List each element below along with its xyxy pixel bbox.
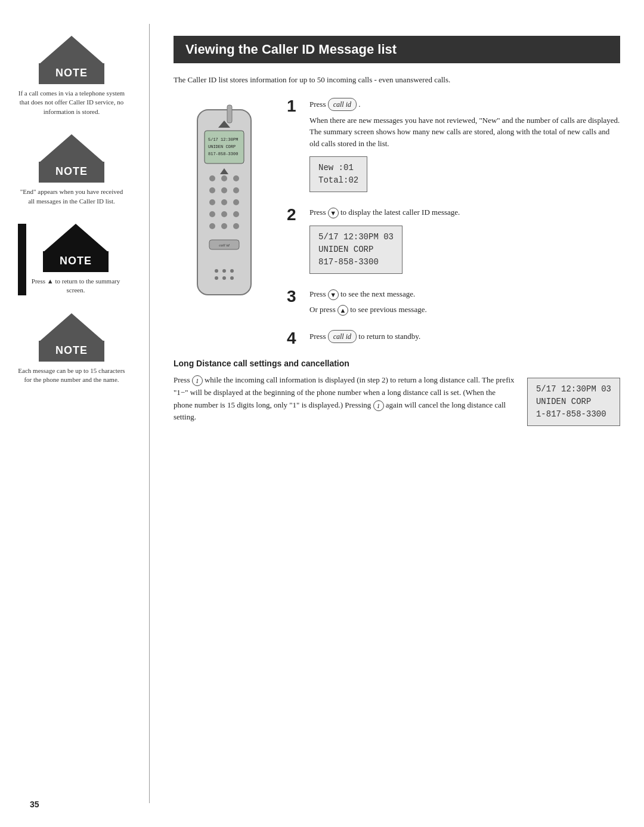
step-2-lcd-line2: UNIDEN CORP	[318, 243, 394, 256]
svg-point-19	[209, 223, 215, 229]
note-block-2: NOTE "End" appears when you have receive…	[18, 134, 125, 206]
svg-point-13	[209, 199, 215, 205]
step-content-1: Press call id . When there are new messa…	[309, 98, 620, 196]
svg-point-7	[209, 175, 215, 181]
note-block-1: NOTE If a call comes in via a telephone …	[18, 36, 125, 116]
step-2-lcd: 5/17 12:30PM 03 UNIDEN CORP 817-858-3300	[309, 226, 402, 274]
long-distance-title: Long Distance call settings and cancella…	[174, 359, 620, 368]
long-distance-lcd-line3: 1-817-858-3300	[536, 408, 611, 421]
step-3-detail: Or press ▲ to see previous message.	[309, 304, 620, 316]
long-distance-lcd-box: 5/17 12:30PM 03 UNIDEN CORP 1-817-858-33…	[527, 378, 620, 426]
svg-point-24	[230, 269, 234, 273]
long-distance-paragraph: Press 1 while the incoming call informat…	[174, 374, 515, 424]
note-triangle-4	[39, 313, 104, 342]
note-black-border-3	[18, 224, 26, 295]
long-distance-text: Press 1 while the incoming call informat…	[174, 374, 515, 424]
step-content-2: Press ▼ to display the latest caller ID …	[309, 206, 620, 277]
step-2: 2 Press ▼ to display the latest caller I…	[287, 206, 620, 277]
note-inner-3: NOTE Press ▲ to return to the summary sc…	[26, 224, 125, 295]
step-2-lcd-line3: 817-858-3300	[318, 256, 394, 269]
svg-point-21	[233, 223, 239, 229]
down-arrow-button-3: ▼	[328, 289, 339, 300]
svg-point-8	[221, 175, 227, 181]
step-3: 3 Press ▼ to see the next message. Or pr…	[287, 288, 620, 319]
note-text-3: Press ▲ to return to the summary screen.	[26, 277, 125, 295]
step-4: 4 Press call id to return to standby.	[287, 330, 620, 347]
intro-text: The Caller ID list stores information fo…	[174, 74, 620, 86]
svg-point-16	[209, 211, 215, 217]
svg-text:UNIDEN CORP: UNIDEN CORP	[208, 144, 236, 149]
note-triangle-3	[43, 224, 109, 252]
note-label-2: NOTE	[39, 162, 104, 183]
svg-point-15	[233, 199, 239, 205]
long-distance-lcd-line1: 5/17 12:30PM 03	[536, 383, 611, 396]
num-1-button-ld1: 1	[192, 375, 203, 386]
step-1-detail: When there are new messages you have not…	[309, 115, 620, 150]
svg-point-27	[230, 276, 234, 280]
step-content-4: Press call id to return to standby.	[309, 330, 620, 347]
step-3-main: Press ▼ to see the next message.	[309, 288, 620, 300]
svg-text:5/17 12:30PM: 5/17 12:30PM	[208, 137, 238, 142]
svg-point-11	[221, 187, 227, 193]
svg-point-26	[222, 276, 226, 280]
note-label-3: NOTE	[43, 251, 109, 272]
step-number-4: 4	[287, 330, 304, 347]
svg-point-20	[221, 223, 227, 229]
page-number: 35	[30, 800, 39, 809]
step-number-3: 3	[287, 288, 304, 305]
svg-point-12	[233, 187, 239, 193]
step-1-lcd: New :01 Total:02	[309, 156, 367, 192]
steps-area: 5/17 12:30PM UNIDEN CORP 817-858-3300	[174, 98, 620, 347]
step-4-main: Press call id to return to standby.	[309, 330, 620, 343]
call-id-button-4: call id	[328, 330, 357, 343]
svg-point-22	[215, 269, 218, 273]
svg-point-17	[221, 211, 227, 217]
note-label-1: NOTE	[39, 63, 104, 84]
call-id-button-1: call id	[328, 98, 357, 111]
step-1: 1 Press call id . When there are new mes…	[287, 98, 620, 196]
svg-point-25	[215, 276, 218, 280]
svg-point-10	[209, 187, 215, 193]
note-block-4: NOTE Each message can be up to 15 charac…	[18, 313, 125, 385]
svg-point-18	[233, 211, 239, 217]
page-title: Viewing the Caller ID Message list	[174, 36, 620, 63]
step-1-main: Press call id .	[309, 98, 620, 111]
note-text-4: Each message can be up to 15 characters …	[18, 366, 125, 385]
phone-svg: 5/17 12:30PM UNIDEN CORP 817-858-3300	[179, 104, 269, 307]
svg-text:call id: call id	[219, 243, 230, 248]
step-2-lcd-line1: 5/17 12:30PM 03	[318, 231, 394, 243]
vertical-divider	[149, 24, 150, 803]
note-triangle-1	[39, 36, 104, 64]
step-content-3: Press ▼ to see the next message. Or pres…	[309, 288, 620, 319]
steps-list: 1 Press call id . When there are new mes…	[287, 98, 620, 347]
note-text-1: If a call comes in via a telephone syste…	[18, 89, 125, 116]
svg-rect-1	[227, 105, 232, 123]
step-number-1: 1	[287, 98, 304, 115]
note-block-3: NOTE Press ▲ to return to the summary sc…	[18, 224, 125, 295]
svg-text:817-858-3300: 817-858-3300	[208, 152, 238, 156]
svg-point-9	[233, 175, 239, 181]
long-distance-body: Press 1 while the incoming call informat…	[174, 374, 620, 430]
step-2-main: Press ▼ to display the latest caller ID …	[309, 206, 620, 218]
down-arrow-button-2: ▼	[328, 208, 339, 218]
note-triangle-2	[39, 134, 104, 163]
step-number-2: 2	[287, 206, 304, 223]
svg-point-14	[221, 199, 227, 205]
sidebar: NOTE If a call comes in via a telephone …	[0, 24, 143, 803]
step-1-lcd-line2: Total:02	[318, 174, 358, 187]
phone-illustration: 5/17 12:30PM UNIDEN CORP 817-858-3300	[174, 98, 275, 347]
long-distance-lcd: 5/17 12:30PM 03 UNIDEN CORP 1-817-858-33…	[527, 374, 620, 430]
step-1-lcd-line1: New :01	[318, 162, 358, 174]
num-1-button-ld2: 1	[373, 400, 384, 411]
note-label-4: NOTE	[39, 341, 104, 362]
note-text-2: "End" appears when you have received all…	[18, 187, 125, 206]
long-distance-lcd-line2: UNIDEN CORP	[536, 396, 611, 408]
main-content: Viewing the Caller ID Message list The C…	[156, 24, 644, 803]
long-distance-section: Long Distance call settings and cancella…	[174, 359, 620, 430]
up-arrow-button-3: ▲	[338, 305, 348, 316]
svg-point-23	[222, 269, 226, 273]
